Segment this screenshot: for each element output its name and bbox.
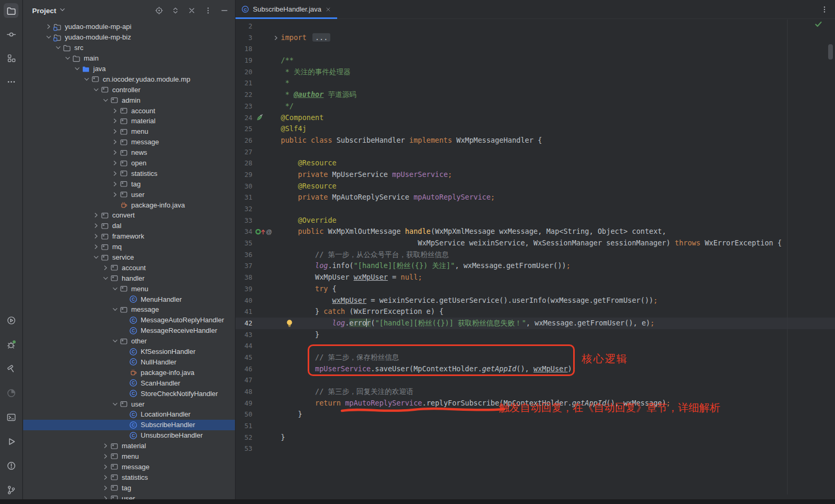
tree-item-yudao-module-mp-api[interactable]: yudao-module-mp-api: [23, 22, 235, 32]
line-number[interactable]: 24: [235, 112, 252, 124]
tree-item-unsubscribehandler[interactable]: CUnsubscribeHandler: [23, 430, 235, 441]
code-line-31[interactable]: 31 private MpAutoReplyService mpAutoRepl…: [235, 192, 835, 203]
chevron-expanded-icon[interactable]: [111, 337, 120, 345]
tree-item-nullhandler[interactable]: CNullHandler: [23, 357, 235, 368]
code-line-28[interactable]: 28 @Resource: [235, 157, 835, 169]
tree-item-statistics[interactable]: statistics: [23, 168, 235, 179]
code-line-47[interactable]: 47: [235, 374, 835, 386]
code-line-53[interactable]: 53: [235, 443, 835, 454]
chevron-collapsed-icon[interactable]: [111, 180, 120, 188]
line-number[interactable]: 2: [235, 21, 252, 32]
line-number[interactable]: 34: [235, 226, 252, 238]
panel-options-button[interactable]: [204, 6, 212, 15]
chevron-expanded-icon[interactable]: [111, 400, 120, 408]
chevron-expanded-icon[interactable]: [73, 65, 82, 73]
code-line-39[interactable]: 39 try {: [235, 283, 835, 295]
code-line-41[interactable]: 41 } catch (WxErrorException e) {: [235, 306, 835, 318]
code-line-19[interactable]: 19/**: [235, 55, 835, 66]
line-number[interactable]: 27: [235, 146, 252, 158]
tree-item-locationhandler[interactable]: CLocationHandler: [23, 409, 235, 420]
chevron-expanded-icon[interactable]: [54, 44, 63, 52]
chevron-expanded-icon[interactable]: [111, 305, 120, 313]
chevron-collapsed-icon[interactable]: [44, 23, 53, 31]
code-line-21[interactable]: 21 *: [235, 77, 835, 89]
chevron-collapsed-icon[interactable]: [101, 264, 110, 272]
line-number[interactable]: 36: [235, 249, 252, 261]
tree-item-mq[interactable]: mq: [23, 242, 235, 252]
git-tool-button[interactable]: [4, 482, 18, 497]
code-line-30[interactable]: 30 @Resource: [235, 181, 835, 192]
chevron-collapsed-icon[interactable]: [111, 127, 120, 135]
code-line-44[interactable]: 44: [235, 340, 835, 352]
line-number[interactable]: 52: [235, 432, 252, 443]
chevron-collapsed-icon[interactable]: [101, 473, 110, 481]
code-line-52[interactable]: 52}: [235, 432, 835, 443]
code-line-32[interactable]: 32: [235, 203, 835, 215]
tree-item-menu[interactable]: menu: [23, 283, 235, 294]
code-line-40[interactable]: 40 wxMpUser = weixinService.getUserServi…: [235, 295, 835, 307]
tree-item-messageautoreplyhandler[interactable]: CMessageAutoReplyHandler: [23, 315, 235, 325]
chevron-collapsed-icon[interactable]: [101, 495, 110, 499]
tree-item-scanhandler[interactable]: CScanHandler: [23, 378, 235, 388]
line-number[interactable]: 22: [235, 89, 252, 101]
code-line-24[interactable]: 24@Component: [235, 112, 835, 124]
code-line-36[interactable]: 36 // 第一步，从公众号平台，获取粉丝信息: [235, 249, 835, 261]
tree-item-menu[interactable]: menu: [23, 126, 235, 137]
line-number[interactable]: 20: [235, 66, 252, 78]
project-tool-button[interactable]: [4, 3, 18, 18]
code-line-23[interactable]: 23 */: [235, 101, 835, 112]
code-editor[interactable]: 23import ...1819/**20 * 关注的事件处理器21 *22 *…: [235, 19, 835, 499]
code-line-34[interactable]: 34@ public WxMpXmlOutMessage handle(WxMp…: [235, 226, 835, 238]
collapse-all-button[interactable]: [188, 6, 196, 15]
debug-tool-button[interactable]: [4, 337, 18, 352]
line-number[interactable]: 42: [235, 318, 252, 329]
chevron-collapsed-icon[interactable]: [111, 159, 120, 167]
line-number[interactable]: 44: [235, 340, 252, 352]
code-line-22[interactable]: 22 * @author 芋道源码: [235, 89, 835, 101]
line-number[interactable]: 31: [235, 192, 252, 203]
line-number[interactable]: 35: [235, 238, 252, 249]
code-line-35[interactable]: 35 WxMpService weixinService, WxSessionM…: [235, 238, 835, 249]
code-line-18[interactable]: 18: [235, 43, 835, 55]
tree-item-package-info-java[interactable]: package-info.java: [23, 200, 235, 210]
terminal-tool-button[interactable]: [4, 410, 18, 424]
tree-item-yudao-module-mp-biz[interactable]: yudao-module-mp-biz: [23, 32, 235, 43]
tree-item-main[interactable]: main: [23, 53, 235, 64]
line-number[interactable]: 50: [235, 409, 252, 420]
chevron-expanded-icon[interactable]: [92, 253, 101, 261]
line-number[interactable]: 49: [235, 398, 252, 409]
tree-item-controller[interactable]: controller: [23, 84, 235, 95]
tree-item-messagereceivehandler[interactable]: CMessageReceiveHandler: [23, 325, 235, 336]
build-tool-button[interactable]: [4, 361, 18, 376]
tree-item-subscribehandler[interactable]: CSubscribeHandler: [23, 420, 235, 430]
tree-item-user[interactable]: user: [23, 189, 235, 200]
line-number[interactable]: 26: [235, 135, 252, 146]
tree-item-material[interactable]: material: [23, 116, 235, 126]
tree-item-open[interactable]: open: [23, 158, 235, 169]
code-line-3[interactable]: 3import ...: [235, 32, 835, 44]
tree-item-user[interactable]: user: [23, 399, 235, 409]
tree-item-account[interactable]: account: [23, 262, 235, 273]
tree-item-tag[interactable]: tag: [23, 179, 235, 189]
line-number[interactable]: 32: [235, 203, 252, 215]
chevron-collapsed-icon[interactable]: [92, 232, 101, 240]
code-line-45[interactable]: 45 // 第二步，保存粉丝信息: [235, 352, 835, 363]
chevron-collapsed-icon[interactable]: [101, 484, 110, 492]
line-number[interactable]: 3: [235, 32, 252, 44]
code-line-27[interactable]: 27: [235, 146, 835, 158]
code-line-33[interactable]: 33 @Override: [235, 215, 835, 226]
code-line-37[interactable]: 37 log.info("[handle][粉丝({}) 关注]", wxMes…: [235, 260, 835, 272]
line-number[interactable]: 39: [235, 283, 252, 295]
line-number[interactable]: 23: [235, 101, 252, 112]
tree-item-kfsessionhandler[interactable]: CKfSessionHandler: [23, 347, 235, 357]
line-number[interactable]: 29: [235, 169, 252, 181]
chevron-expanded-icon[interactable]: [63, 54, 72, 62]
structure-tool-button[interactable]: [4, 51, 18, 65]
tree-item-account[interactable]: account: [23, 105, 235, 116]
line-number[interactable]: 28: [235, 157, 252, 169]
line-number[interactable]: 40: [235, 295, 252, 307]
chevron-collapsed-icon[interactable]: [111, 191, 120, 199]
chevron-expanded-icon[interactable]: [101, 96, 110, 104]
tree-item-other[interactable]: other: [23, 336, 235, 347]
line-number[interactable]: 43: [235, 329, 252, 341]
